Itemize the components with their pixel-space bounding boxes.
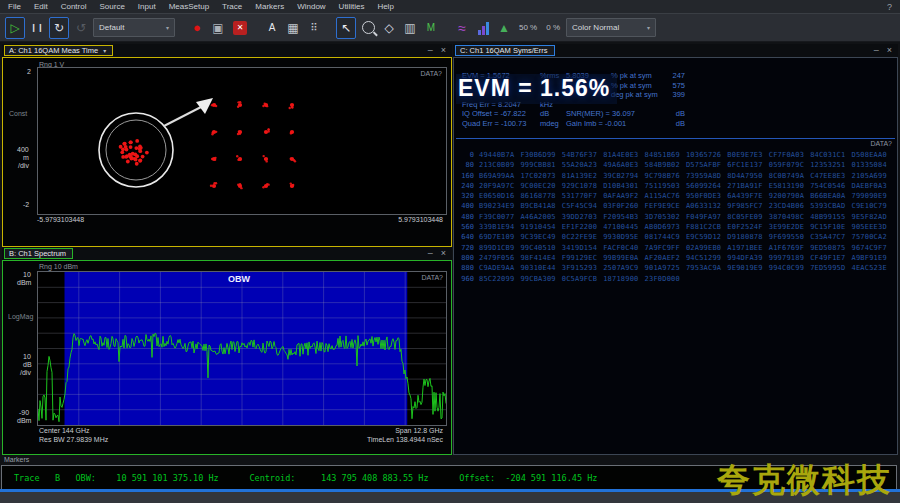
- symbol-hex-value: 3D705302: [645, 212, 686, 222]
- symbol-hex-value: 23F0D000: [645, 274, 686, 284]
- symbol-hex-value: B69A99AA: [479, 171, 520, 181]
- evm-field-c5: dB: [659, 119, 685, 128]
- chevron-down-icon: ▾: [103, 47, 106, 54]
- color-mode-dropdown[interactable]: Color Normal▾: [566, 18, 656, 37]
- symbol-hex-value: 02A99EB0: [686, 243, 727, 253]
- symbol-hex-value: 47100445: [603, 222, 644, 232]
- row-index: 640: [458, 232, 474, 242]
- symbol-hex-value: 905EEE3D: [852, 222, 893, 232]
- x-max-label: 5.9793103448: [398, 216, 443, 223]
- marker-peak-button[interactable]: M: [422, 18, 440, 38]
- play-button[interactable]: ▷: [5, 17, 25, 39]
- constellation-plot[interactable]: DATA?: [37, 67, 447, 215]
- minimize-button[interactable]: –: [874, 46, 879, 55]
- delete-recording-button[interactable]: ✕: [233, 21, 247, 35]
- pause-button[interactable]: ❙❙: [28, 18, 46, 38]
- symbol-hex-value: 10365726: [686, 150, 727, 160]
- menu-help[interactable]: Help: [377, 2, 393, 11]
- symbol-hex-value: FEF9E9CE: [645, 201, 686, 211]
- symbol-hex-value: 81A4E0E3: [603, 150, 644, 160]
- row-index: 400: [458, 201, 474, 211]
- wave-trace-button[interactable]: ≈: [453, 18, 471, 38]
- symbol-hex-value: 9F985FC7: [727, 201, 768, 211]
- toolbar-separator: [178, 18, 185, 38]
- panel-a-title: A: Ch1 16QAM Meas Time: [9, 46, 98, 55]
- color-mode-dropdown-value: Color Normal: [572, 23, 619, 32]
- symbol-hex-value: 98F414E4: [520, 253, 561, 263]
- restart-button[interactable]: ↻: [49, 17, 69, 39]
- spectrum-plot[interactable]: OBW DATA?: [37, 271, 447, 426]
- pointer-tool-button[interactable]: ↖: [336, 17, 356, 39]
- symbol-hex-value: 999CBB81: [520, 160, 561, 170]
- preset-dropdown[interactable]: Default▾: [93, 18, 175, 37]
- menu-utilities[interactable]: Utilities: [339, 2, 365, 11]
- marker-diamond-button[interactable]: ◇: [380, 18, 398, 38]
- record-button[interactable]: ●: [188, 18, 206, 38]
- evm-readout: EVM = 1.56%: [456, 74, 617, 104]
- symbol-hex-value: C35A47C7: [810, 232, 851, 242]
- symbol-hex-value: 03F0F260: [603, 201, 644, 211]
- symbol-hex-value: 75700CA2: [852, 232, 893, 242]
- player-button[interactable]: ▣: [209, 18, 227, 38]
- symbol-hex-value: A1971BEE: [727, 243, 768, 253]
- cdf-trace-button[interactable]: ▲: [495, 18, 513, 38]
- close-button[interactable]: ×: [887, 46, 892, 55]
- row-index: 480: [458, 212, 474, 222]
- symbol-hex-value: C5F45C94: [562, 201, 603, 211]
- evm-field-c4: deg pk at sym: [611, 90, 658, 99]
- minimize-button[interactable]: –: [428, 46, 433, 55]
- menu-markers[interactable]: Markers: [255, 2, 284, 11]
- symbol-hex-value: 950F0DE3: [686, 191, 727, 201]
- chevron-down-icon: ▾: [647, 24, 650, 31]
- symbol-hex-value: 4EAC523E: [852, 263, 893, 273]
- annotation-button[interactable]: A: [263, 18, 281, 38]
- tab-spectrum[interactable]: B: Ch1 Spectrum: [4, 248, 73, 259]
- minimize-button[interactable]: –: [428, 249, 433, 258]
- tile-windows-button[interactable]: ⠿: [305, 18, 323, 38]
- grid-layout-button[interactable]: ▦: [284, 18, 302, 38]
- obw-marker-readout: Trace B OBW: 10 591 101 375.10 Hz Centro…: [2, 473, 597, 483]
- close-button[interactable]: ×: [441, 249, 446, 258]
- help-icon[interactable]: ?: [887, 2, 892, 12]
- menu-control[interactable]: Control: [61, 2, 87, 11]
- y-scale-unit: m: [23, 154, 29, 161]
- symbol-hex-value: F881C2CB: [686, 222, 727, 232]
- menu-meassetup[interactable]: MeasSetup: [169, 2, 209, 11]
- symbol-hex-value: A9BF91E9: [852, 253, 893, 263]
- symbol-hex-value: 9674C9F7: [852, 243, 893, 253]
- x-min-label: -5.9793103448: [37, 216, 84, 223]
- tab-syms-errs[interactable]: C: Ch1 16QAM Syms/Errs: [455, 45, 555, 56]
- menu-input[interactable]: Input: [138, 2, 156, 11]
- symbol-hex-value: 8C05FE09: [727, 212, 768, 222]
- single-sweep-button[interactable]: ↺: [72, 18, 90, 38]
- tab-meas-time[interactable]: A: Ch1 16QAM Meas Time ▾: [4, 45, 113, 56]
- symbol-hex-value: 799090E9: [852, 191, 893, 201]
- symbol-hex-value: D575AFBF: [686, 160, 727, 170]
- symbol-hex-value: 3E99E2DE: [769, 222, 810, 232]
- table-row: 24020F9A97C9C00EC20929C1078D10B430175119…: [458, 181, 893, 191]
- symbol-hex-value: 3419D154: [562, 243, 603, 253]
- symbol-hex-value: 994C0C99: [769, 263, 810, 273]
- symbol-hex-value: 2479F056: [479, 253, 520, 263]
- zoom-tool-button[interactable]: [359, 18, 377, 38]
- row-index: 320: [458, 191, 474, 201]
- symbol-hex-value: 6FC1E137: [727, 160, 768, 170]
- menu-file[interactable]: File: [8, 2, 21, 11]
- menu-trace[interactable]: Trace: [222, 2, 242, 11]
- symbol-hex-value: 01335084: [852, 160, 893, 170]
- constellation-svg: [38, 68, 446, 214]
- symbol-hex-value: 39DD2703: [562, 212, 603, 222]
- menu-window[interactable]: Window: [297, 2, 325, 11]
- menu-source[interactable]: Source: [99, 2, 124, 11]
- histogram-trace-button[interactable]: [474, 18, 492, 38]
- symbol-hex-value: 9C15F10E: [810, 222, 851, 232]
- menu-edit[interactable]: Edit: [34, 2, 48, 11]
- symbol-hex-value: 9200790A: [769, 191, 810, 201]
- symbol-hex-value: 5393CBAD: [810, 201, 851, 211]
- band-power-button[interactable]: ▥: [401, 18, 419, 38]
- symbol-hex-value: 48B99155: [810, 212, 851, 222]
- watermark: 夸克微科技: [717, 458, 892, 503]
- symbol-hex-value: 0AFAA9F2: [603, 191, 644, 201]
- close-button[interactable]: ×: [441, 46, 446, 55]
- symbol-hex-value: EF1F2200: [562, 222, 603, 232]
